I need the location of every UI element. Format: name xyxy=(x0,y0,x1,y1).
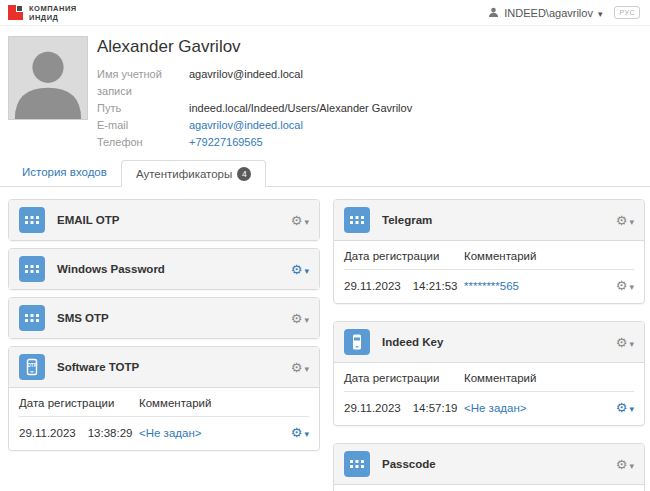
language-badge[interactable]: РУС xyxy=(614,6,640,19)
card-title: Telegram xyxy=(382,214,432,226)
caret-down-icon xyxy=(304,358,309,376)
logo-line2: ИНДИД xyxy=(29,13,58,22)
card-menu-button[interactable] xyxy=(291,260,309,278)
card-windows-password: Windows Password xyxy=(8,248,320,290)
card-title: SMS OTP xyxy=(57,312,109,324)
field-label: Телефон xyxy=(97,134,189,151)
gear-icon xyxy=(616,333,628,351)
card-email-otp: EMAIL OTP xyxy=(8,199,320,241)
keypad-icon xyxy=(344,451,370,477)
gear-icon xyxy=(616,211,628,229)
card-menu-button[interactable] xyxy=(616,333,634,351)
caret-down-icon xyxy=(304,211,309,229)
gear-icon xyxy=(616,279,628,292)
profile-field-phone: Телефон +79227169565 xyxy=(97,134,412,151)
table-header-row: Дата регистрации Комментарий xyxy=(344,485,634,491)
left-column: EMAIL OTP Windows Password SMS OTP xyxy=(8,199,320,491)
row-comment-link[interactable]: <Не задан> xyxy=(464,402,526,414)
page-title: Alexander Gavrilov xyxy=(97,37,412,57)
row-time: 14:21:53 xyxy=(413,280,458,292)
caret-down-icon xyxy=(629,211,634,229)
profile-field-account: Имя учетной записи agavrilov@indeed.loca… xyxy=(97,66,412,100)
caret-down-icon xyxy=(629,280,634,292)
company-logo: КОМПАНИЯ ИНДИД xyxy=(8,4,77,22)
card-title: Indeed Key xyxy=(382,336,443,348)
gear-icon xyxy=(616,455,628,473)
table-header-date: Дата регистрации xyxy=(19,397,139,409)
card-title: Windows Password xyxy=(57,263,165,275)
authenticators-panel: EMAIL OTP Windows Password SMS OTP xyxy=(0,187,650,491)
card-header: Indeed Key xyxy=(334,322,644,363)
card-body: Дата регистрации Комментарий 29.11.2023 … xyxy=(334,241,644,303)
table-header-date: Дата регистрации xyxy=(344,372,464,384)
table-header-row: Дата регистрации Комментарий xyxy=(344,363,634,392)
row-time: 13:38:29 xyxy=(88,427,133,439)
logo-line1: КОМПАНИЯ xyxy=(29,4,77,13)
card-body: Дата регистрации Комментарий 29.11.2023 … xyxy=(334,485,644,491)
table-header-row: Дата регистрации Комментарий xyxy=(344,241,634,270)
card-body: Дата регистрации Комментарий 29.11.2023 … xyxy=(9,388,319,450)
field-label: E-mail xyxy=(97,117,189,134)
field-label: Путь xyxy=(97,100,189,117)
caret-down-icon xyxy=(629,455,634,473)
user-menu-label: INDEED\agavrilov xyxy=(504,7,593,19)
card-header: EMAIL OTP xyxy=(9,200,319,240)
row-comment-link[interactable]: <Не задан> xyxy=(139,427,201,439)
caret-down-icon xyxy=(304,427,309,439)
card-indeed-key: Indeed Key Дата регистрации Комментарий … xyxy=(333,321,645,426)
row-date: 29.11.2023 xyxy=(19,427,76,439)
card-title: Software TOTP xyxy=(57,361,139,373)
field-value: indeed.local/Indeed/Users/Alexander Gavr… xyxy=(189,100,412,117)
tab-login-history[interactable]: История входов xyxy=(8,160,121,186)
phone-token-icon xyxy=(344,329,370,355)
caret-down-icon xyxy=(598,7,603,19)
keypad-icon xyxy=(19,207,45,233)
card-header: OTP Software TOTP xyxy=(9,347,319,388)
row-date: 29.11.2023 xyxy=(344,402,401,414)
email-link[interactable]: agavrilov@indeed.local xyxy=(189,117,303,134)
tab-authenticators-label: Аутентификаторы xyxy=(136,168,232,180)
row-menu-button[interactable] xyxy=(616,279,634,292)
keypad-icon xyxy=(19,305,45,331)
card-body: Дата регистрации Комментарий 29.11.2023 … xyxy=(334,363,644,425)
card-telegram: Telegram Дата регистрации Комментарий 29… xyxy=(333,199,645,304)
card-menu-button[interactable] xyxy=(291,309,309,327)
right-column: Telegram Дата регистрации Комментарий 29… xyxy=(333,199,645,491)
card-menu-button[interactable] xyxy=(291,358,309,376)
card-title: EMAIL OTP xyxy=(57,214,119,226)
caret-down-icon xyxy=(304,309,309,327)
table-row: 29.11.2023 14:21:53 ********565 xyxy=(344,270,634,295)
table-row: 29.11.2023 13:38:29 <Не задан> xyxy=(19,417,309,442)
caret-down-icon xyxy=(304,260,309,278)
card-menu-button[interactable] xyxy=(616,211,634,229)
caret-down-icon xyxy=(629,402,634,414)
avatar xyxy=(8,36,88,120)
card-passcode: Passcode Дата регистрации Комментарий 29… xyxy=(333,443,645,491)
row-date: 29.11.2023 xyxy=(344,280,401,292)
table-row: 29.11.2023 14:57:19 <Не задан> xyxy=(344,392,634,417)
company-logo-icon xyxy=(8,5,23,20)
card-title: Passcode xyxy=(382,458,436,470)
card-software-totp: OTP Software TOTP Дата регистрации Комме… xyxy=(8,346,320,451)
keypad-icon xyxy=(19,256,45,282)
row-comment-link[interactable]: ********565 xyxy=(464,280,519,292)
card-menu-button[interactable] xyxy=(291,211,309,229)
gear-icon xyxy=(616,401,628,414)
caret-down-icon xyxy=(629,333,634,351)
company-logo-text: КОМПАНИЯ ИНДИД xyxy=(29,4,77,22)
gear-icon xyxy=(291,309,303,327)
gear-icon xyxy=(291,211,303,229)
table-header-comment: Комментарий xyxy=(139,397,279,409)
tab-bar: История входов Аутентификаторы 4 xyxy=(0,160,650,187)
tab-authenticators[interactable]: Аутентификаторы 4 xyxy=(121,160,266,187)
row-menu-button[interactable] xyxy=(616,401,634,414)
tab-count-badge: 4 xyxy=(237,167,251,181)
user-menu[interactable]: INDEED\agavrilov xyxy=(488,7,602,19)
phone-link[interactable]: +79227169565 xyxy=(189,134,263,151)
keypad-icon xyxy=(344,207,370,233)
row-menu-button[interactable] xyxy=(291,426,309,439)
card-header: Telegram xyxy=(334,200,644,241)
card-menu-button[interactable] xyxy=(616,455,634,473)
svg-text:OTP: OTP xyxy=(27,363,36,368)
gear-icon xyxy=(291,260,303,278)
